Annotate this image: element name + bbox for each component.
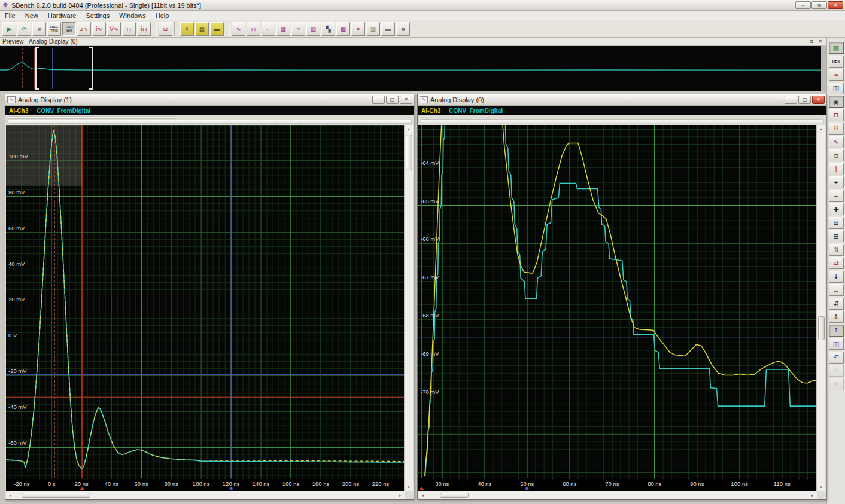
zoom-position-bar[interactable] [7, 116, 177, 119]
hscroll-thumb[interactable] [22, 493, 90, 498]
vertical-scrollbar[interactable]: ▴ ▾ [404, 125, 413, 491]
cursor-lines-icon[interactable]: ∥ [829, 163, 844, 175]
preview-minimap[interactable] [0, 46, 821, 91]
info-pages-icon[interactable]: ◫ [829, 83, 844, 94]
preview-close-icon[interactable]: ✕ [816, 38, 824, 45]
horizontal-scrollbar[interactable]: ◂ ▸ [418, 491, 817, 499]
quad-view-icon[interactable]: ▚ [321, 22, 335, 36]
svg-text:-20 mV: -20 mV [8, 368, 27, 374]
layout-rows-icon[interactable]: ▬ [381, 22, 395, 36]
swap-x-icon[interactable]: ⇄ [829, 257, 844, 269]
layout-columns-icon[interactable]: ▥ [366, 22, 380, 36]
new-digital-display-icon[interactable]: ⊓ [247, 22, 260, 36]
toolbar-separator [174, 22, 178, 36]
svg-text:180 ns: 180 ns [312, 481, 330, 487]
scroll-left-icon[interactable]: ◂ [418, 491, 427, 499]
split-vertical-icon[interactable]: ⇅ [829, 244, 844, 256]
fit-x-icon[interactable]: ↔ [829, 284, 844, 296]
calc-pulse-icon[interactable]: ⊓ [122, 22, 136, 36]
zoom-full-icon[interactable]: ✚ [829, 203, 844, 215]
maximize-button[interactable]: ▢ [386, 96, 399, 104]
zoom-box-icon[interactable]: ⊡ [829, 217, 844, 229]
vscroll-thumb[interactable] [818, 316, 825, 340]
svg-text:70 ns: 70 ns [605, 481, 619, 487]
scroll-right-icon[interactable]: ▸ [396, 491, 405, 499]
scroll-down-icon[interactable]: ▾ [405, 483, 413, 491]
calc-impedance-icon[interactable]: z∿ [77, 22, 91, 36]
vertical-scrollbar[interactable]: ▴ ▾ [816, 125, 825, 491]
scroll-up-icon[interactable]: ▴ [405, 125, 413, 133]
trigger-mode-icon[interactable]: TRIG WH [62, 22, 76, 36]
minimize-button[interactable]: ‒ [785, 96, 797, 104]
plot-area[interactable]: 30 ns40 ns50 ns60 ns70 ns80 ns90 ns100 n… [418, 125, 817, 491]
maximize-button[interactable]: ▢ [798, 96, 811, 104]
scroll-vertical-icon[interactable]: ⇵ [829, 298, 844, 310]
window-titlebar[interactable]: ∿ Analog Display (1) ‒ ▢ ✕ [5, 94, 414, 106]
new-spike-display-icon[interactable]: ⌐ [262, 22, 275, 36]
color-quad-view-icon[interactable]: ▩ [336, 22, 350, 36]
snapshot-camera-icon[interactable]: ◉ [829, 96, 844, 108]
channel-label-conv[interactable]: CONV_FromDigital [449, 108, 503, 114]
close-display-icon[interactable]: ✕ [351, 22, 365, 36]
export-data-icon[interactable]: ▦ [195, 22, 209, 36]
pan-position-bar[interactable] [7, 120, 412, 124]
close-button[interactable]: ✕ [400, 96, 412, 104]
menu-item-help[interactable]: Help [151, 12, 174, 19]
calc-slope-icon[interactable]: V∿ [107, 22, 121, 36]
scroll-left-icon[interactable]: ◂ [6, 491, 14, 499]
close-button[interactable]: ✕ [828, 1, 843, 9]
free-run-mode-icon[interactable]: FREE TRIG [47, 22, 61, 36]
new-analog-display-icon[interactable]: ∿ [232, 22, 245, 36]
start-acquisition-icon[interactable]: ▶ [2, 22, 16, 36]
save-file-icon[interactable]: ▬ [210, 22, 224, 36]
import-data-icon[interactable]: ⇓ [180, 22, 194, 36]
range-vertical-icon[interactable]: ⇕ [829, 311, 844, 323]
channel-label-ai-ch3[interactable]: AI-Ch3 [421, 108, 440, 114]
align-top-icon[interactable]: ↥ [829, 325, 844, 337]
zoom-in-icon[interactable]: + [829, 176, 844, 188]
analog-display-icon: ∿ [7, 96, 16, 103]
stop-acquisition-icon[interactable]: ■ [32, 22, 46, 36]
restore-button[interactable]: ⧉ [811, 1, 827, 9]
horizontal-scrollbar[interactable]: ◂ ▸ [6, 491, 405, 499]
new-grid-display-icon[interactable]: ▦ [276, 22, 290, 36]
hex-display-icon[interactable]: HEX [829, 56, 844, 68]
hscroll-thumb[interactable] [440, 493, 469, 498]
calc-current-icon[interactable]: i∿ [92, 22, 106, 36]
window-titlebar[interactable]: ∿ Analog Display (0) ‒ ▢ ✕ [418, 94, 826, 106]
scroll-down-icon[interactable]: ▾ [817, 483, 825, 491]
channel-label-ai-ch3[interactable]: AI-Ch3 [9, 108, 28, 114]
tile-windows-icon[interactable]: ◫ [829, 338, 844, 350]
minimize-button[interactable]: ‒ [372, 96, 385, 104]
layout-single-icon[interactable]: ■ [396, 22, 410, 36]
zoom-out-icon[interactable]: − [829, 190, 844, 202]
scroll-right-icon[interactable]: ▸ [808, 491, 817, 499]
zero-wave-icon[interactable]: ∿ [829, 136, 844, 148]
analog-curves-icon[interactable]: ≈ [829, 69, 844, 81]
preview-float-icon[interactable]: ⊡ [807, 38, 815, 45]
calc-current-pulse-icon[interactable]: i⊓ [137, 22, 151, 36]
menu-item-new[interactable]: New [20, 12, 43, 19]
calc-gate-icon[interactable]: ⊔ [159, 22, 172, 36]
vscroll-thumb[interactable] [406, 135, 412, 170]
data-table-icon[interactable]: ⠿ [829, 123, 844, 135]
zoom-previous-icon[interactable]: ⊟ [829, 230, 844, 242]
menu-item-file[interactable]: File [0, 12, 20, 19]
new-xy-display-icon[interactable]: ○ [291, 22, 305, 36]
plot-area[interactable]: -20 ns0 s20 ns40 ns60 ns80 ns100 ns120 n… [6, 125, 405, 491]
menu-item-settings[interactable]: Settings [81, 12, 114, 19]
restart-loop-icon[interactable]: ⟳ [17, 22, 31, 36]
display-grid-icon[interactable]: ▦ [829, 42, 844, 54]
scroll-up-icon[interactable]: ▴ [817, 125, 825, 133]
pan-position-bar[interactable] [420, 119, 824, 123]
menu-item-windows[interactable]: Windows [114, 12, 151, 19]
minimize-button[interactable]: ‒ [795, 1, 811, 9]
menu-item-hardware[interactable]: Hardware [43, 12, 81, 19]
new-poly-display-icon[interactable]: ▨ [306, 22, 320, 36]
undo-icon[interactable]: ↶ [829, 352, 844, 364]
channel-label-conv[interactable]: CONV_FromDigital [37, 108, 90, 114]
copy-view-icon[interactable]: ⧉ [829, 149, 844, 161]
close-button[interactable]: ✕ [812, 96, 825, 104]
digital-step-icon[interactable]: ⊓ [829, 109, 844, 121]
fit-y-icon[interactable]: ↧ [829, 271, 844, 283]
